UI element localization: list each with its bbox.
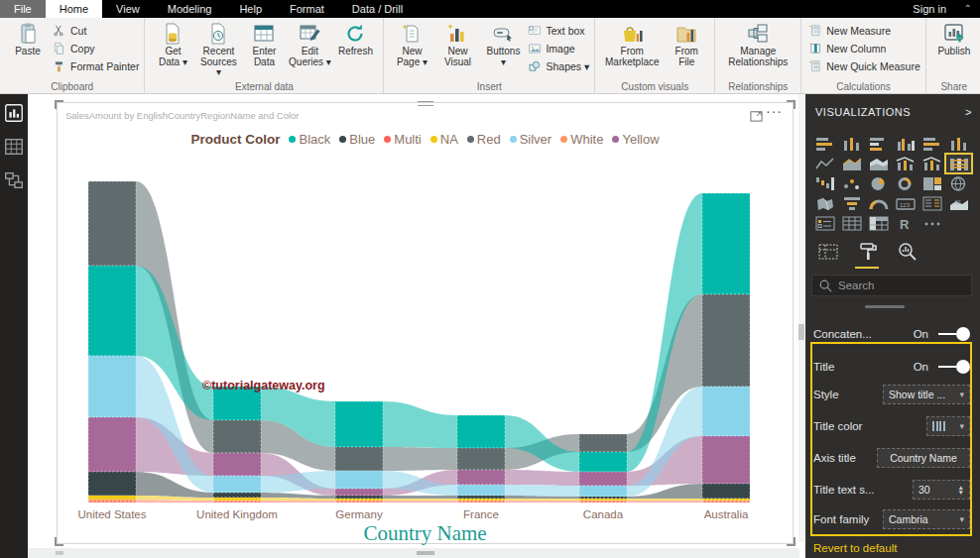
fields-tab[interactable] bbox=[817, 241, 841, 265]
panel-collapse-icon[interactable]: > bbox=[965, 106, 972, 118]
ribbon-button-cut[interactable]: Cut bbox=[53, 23, 139, 38]
ribbon-button-refresh[interactable]: Refresh bbox=[333, 21, 377, 57]
cut-icon bbox=[53, 24, 66, 38]
format-tab[interactable] bbox=[857, 241, 881, 265]
visual-type-scatter-icon[interactable] bbox=[838, 173, 865, 193]
visual-type-line-icon[interactable] bbox=[811, 154, 838, 173]
concatenate-toggle[interactable] bbox=[938, 327, 970, 341]
ribbon-tab-format[interactable]: Format bbox=[276, 0, 338, 18]
legend-item-white[interactable]: White bbox=[560, 132, 603, 147]
sidebar-model-view-icon[interactable] bbox=[3, 169, 25, 191]
sidebar-report-view-icon[interactable] bbox=[3, 102, 25, 124]
axis-title-input[interactable]: Country Name bbox=[877, 448, 970, 468]
ribbon-button-text-box[interactable]: Text box bbox=[528, 23, 589, 38]
sidebar-data-view-icon[interactable] bbox=[3, 136, 25, 158]
ribbon-button-new-quick-measure[interactable]: New Quick Measure bbox=[808, 58, 920, 73]
visual-drag-handle[interactable] bbox=[418, 101, 433, 106]
ribbon-button-new-column[interactable]: New Column bbox=[808, 41, 920, 56]
visual-type-stacked-area-icon[interactable] bbox=[865, 154, 892, 173]
ribbon-button-manage-relationships[interactable]: ManageRelationships bbox=[721, 21, 795, 67]
spin-down-icon[interactable]: ▼ bbox=[958, 490, 964, 495]
ribbon-button-paste[interactable]: Paste bbox=[6, 21, 50, 57]
more-options-icon[interactable]: ··· bbox=[766, 103, 783, 119]
font-family-dropdown[interactable]: Cambria▾ bbox=[883, 509, 970, 529]
ribbon-button-publish[interactable]: Publish bbox=[932, 21, 976, 57]
visual-type-r-script-icon[interactable]: R bbox=[892, 213, 919, 233]
revert-to-default-link[interactable]: Revert to default bbox=[813, 542, 897, 554]
legend-item-na[interactable]: NA bbox=[430, 132, 458, 147]
ribbon-button-buttons[interactable]: Buttons▾ bbox=[481, 21, 525, 67]
legend-item-multi[interactable]: Multi bbox=[384, 132, 421, 147]
legend-item-yellow[interactable]: Yellow bbox=[612, 132, 659, 147]
ribbon-button-image[interactable]: Image bbox=[528, 41, 589, 56]
report-canvas[interactable]: SalesAmount by EnglishCountryRegionName … bbox=[28, 94, 805, 558]
visual-type-line-clustered-column-icon[interactable] bbox=[892, 154, 919, 173]
collapse-ribbon-icon[interactable]: ⌃ bbox=[964, 0, 972, 18]
ribbon-button-edit-queries[interactable]: EditQueries ▾ bbox=[288, 21, 331, 67]
visual-type-treemap-icon[interactable] bbox=[919, 173, 945, 193]
canvas-horizontal-scrollbar[interactable] bbox=[28, 548, 799, 558]
ribbon-button-new-measure[interactable]: New Measure bbox=[808, 23, 920, 38]
resize-handle-top-left[interactable] bbox=[55, 100, 63, 109]
style-dropdown[interactable]: Show title ...▾ bbox=[883, 385, 970, 404]
visual-type-matrix-icon[interactable] bbox=[865, 213, 892, 233]
legend-item-black[interactable]: Black bbox=[289, 132, 330, 147]
format-search-box[interactable]: Search bbox=[811, 275, 972, 296]
ribbon-button-from-marketplace[interactable]: FromMarketplace bbox=[601, 21, 663, 67]
ribbon-chart-plot[interactable] bbox=[61, 160, 795, 506]
visual-type-waterfall-icon[interactable] bbox=[811, 173, 838, 193]
ribbon-button-new-page[interactable]: NewPage ▾ bbox=[390, 21, 433, 67]
ribbon-button-copy[interactable]: Copy bbox=[53, 41, 139, 56]
ribbon-group-calculations: New MeasureNew ColumnNew Quick MeasureCa… bbox=[801, 18, 926, 93]
visual-type-stacked-bar-icon[interactable] bbox=[811, 134, 838, 154]
visual-type-card-icon[interactable]: 123 bbox=[892, 193, 919, 213]
title-toggle[interactable] bbox=[938, 360, 970, 374]
ribbon-button-format-painter[interactable]: Format Painter bbox=[53, 58, 139, 73]
ribbon-tab-view[interactable]: View bbox=[102, 0, 154, 18]
new-quick-measure-icon bbox=[808, 59, 822, 73]
visual-type-filled-map-icon[interactable] bbox=[811, 193, 838, 213]
format-row-title: TitleOn bbox=[813, 357, 970, 377]
ribbon-button-new-visual[interactable]: NewVisual bbox=[435, 21, 479, 67]
buttons-icon bbox=[490, 22, 516, 46]
resize-handle-top-right[interactable] bbox=[787, 100, 796, 109]
visual-type-kpi-icon[interactable]: 42 bbox=[945, 193, 972, 213]
visual-type-clustered-column-icon[interactable] bbox=[892, 134, 919, 154]
legend-item-silver[interactable]: Silver bbox=[510, 132, 552, 147]
ribbon-button-shapes[interactable]: Shapes ▾ bbox=[528, 58, 589, 73]
ribbon-tab-file[interactable]: File bbox=[0, 0, 46, 18]
ribbon-chart-visual[interactable]: SalesAmount by EnglishCountryRegionName … bbox=[57, 102, 794, 544]
visual-type-area-icon[interactable] bbox=[838, 154, 865, 173]
visual-type-more-options-icon[interactable] bbox=[919, 213, 945, 233]
ribbon-tab-data-drill[interactable]: Data / Drill bbox=[338, 0, 417, 18]
visual-type-map-icon[interactable] bbox=[945, 173, 972, 193]
visual-type-pie-icon[interactable] bbox=[865, 173, 892, 193]
visual-type-clustered-bar-icon[interactable] bbox=[865, 134, 892, 154]
title-color-picker[interactable]: ▾ bbox=[926, 416, 970, 436]
visual-type-gauge-icon[interactable] bbox=[865, 193, 892, 213]
visual-type-multi-row-card-icon[interactable] bbox=[919, 193, 945, 213]
visual-type-ribbon-chart-icon[interactable] bbox=[945, 154, 972, 173]
focus-mode-icon[interactable] bbox=[750, 109, 763, 121]
ribbon-button-enter-data[interactable]: EnterData bbox=[242, 21, 286, 67]
panel-scroll-indicator[interactable] bbox=[865, 305, 905, 308]
visual-type-donut-icon[interactable] bbox=[892, 173, 919, 193]
legend-item-red[interactable]: Red bbox=[467, 132, 501, 147]
visual-type-line-stacked-column-icon[interactable] bbox=[919, 154, 945, 173]
visual-type-100-stacked-bar-icon[interactable] bbox=[919, 134, 945, 154]
legend-item-blue[interactable]: Blue bbox=[339, 132, 375, 147]
ribbon-tab-home[interactable]: Home bbox=[46, 0, 102, 18]
ribbon-tab-modeling[interactable]: Modeling bbox=[154, 0, 226, 18]
analytics-tab[interactable] bbox=[897, 241, 920, 265]
visual-type-100-stacked-column-icon[interactable] bbox=[945, 134, 972, 154]
visual-type-table-icon[interactable] bbox=[838, 213, 865, 233]
visual-type-funnel-icon[interactable] bbox=[838, 193, 865, 213]
ribbon-button-recent-sources[interactable]: RecentSources ▾ bbox=[196, 21, 240, 78]
ribbon-button-get-data[interactable]: GetData ▾ bbox=[151, 21, 194, 67]
visual-type-slicer-icon[interactable] bbox=[811, 213, 838, 233]
canvas-vertical-scrollbar[interactable] bbox=[798, 94, 804, 542]
visual-type-stacked-column-icon[interactable] bbox=[838, 134, 865, 154]
ribbon-tab-help[interactable]: Help bbox=[225, 0, 276, 18]
ribbon-button-from-file[interactable]: FromFile bbox=[665, 21, 708, 67]
title-text-size-spinner[interactable]: 30▲▼ bbox=[913, 480, 970, 500]
